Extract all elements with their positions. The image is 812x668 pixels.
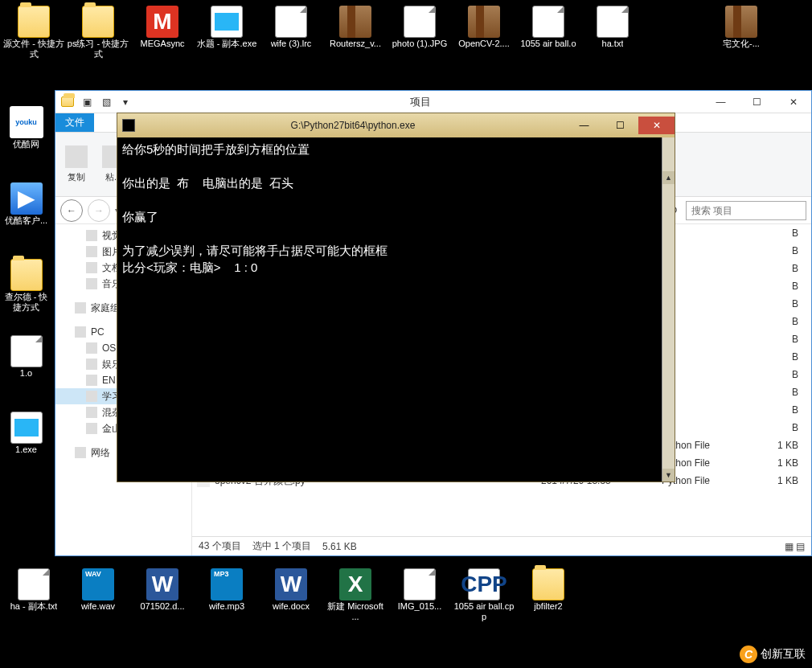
- tab-file[interactable]: 文件: [55, 113, 94, 132]
- desktop-icon[interactable]: ha.txt: [580, 4, 645, 76]
- desktop-label: 071502.d...: [140, 601, 184, 625]
- desktop-left-col: youku优酷网▶优酷客户...查尔德 - 快捷方式1.o1.exe: [0, 105, 52, 486]
- watermark: C 创新互联: [740, 645, 806, 663]
- nav-label: PC: [91, 326, 105, 338]
- status-selected: 选中 1 个项目: [252, 539, 311, 553]
- desktop-row-1: 源文件 - 快捷方式ps练习 - 快捷方式MMEGAsync水题 - 副本.ex…: [0, 0, 812, 80]
- nav-icon: [86, 359, 97, 370]
- desktop-icon[interactable]: ▶优酷客户...: [0, 181, 52, 241]
- folder-icon: [60, 95, 75, 109]
- desktop-icon[interactable]: 查尔德 - 快捷方式: [0, 257, 52, 318]
- console-text: 给你5秒的时间把手放到方框的位置 你出的是 布 电脑出的是 石头 你赢了 为了减…: [122, 141, 670, 276]
- desktop-label: 1055 air ball.o: [520, 39, 576, 63]
- nav-icon: [86, 278, 97, 289]
- desktop-icon[interactable]: youku优酷网: [0, 105, 52, 165]
- nav-icon: [75, 447, 86, 458]
- file-type: Python File: [662, 457, 758, 469]
- desktop-label: 优酷客户...: [5, 215, 47, 240]
- desktop-label: ha - 副本.txt: [10, 601, 58, 625]
- desktop-icon[interactable]: MMEGAsync: [130, 4, 195, 76]
- watermark-icon: C: [740, 645, 757, 663]
- console-output[interactable]: 给你5秒的时间把手放到方框的位置 你出的是 布 电脑出的是 石头 你赢了 为了减…: [117, 137, 675, 482]
- desktop-icon[interactable]: 1055 air ball.o: [516, 4, 580, 76]
- maximize-button[interactable]: ☐: [739, 93, 775, 111]
- file-type: Python File: [662, 475, 758, 486]
- console-minimize-button[interactable]: —: [566, 117, 602, 134]
- desktop-row-2: ha - 副本.txtwife.wavW071502.d...wife.mp3W…: [0, 563, 812, 643]
- desktop-label: jbfilter2: [534, 601, 562, 625]
- desktop-icon[interactable]: W071502.d...: [130, 567, 195, 639]
- window-buttons: — ☐ ✕: [703, 93, 811, 111]
- explorer-titlebar[interactable]: ▣ ▧ ▾ 项目 — ☐ ✕: [55, 91, 811, 113]
- nav-forward-button[interactable]: →: [88, 199, 110, 222]
- minimize-button[interactable]: —: [703, 93, 739, 111]
- ribbon-copy[interactable]: 复制: [62, 142, 91, 186]
- desktop-icon[interactable]: 宅文化-...: [709, 4, 773, 76]
- desktop-icon[interactable]: photo (1).JPG: [388, 4, 452, 76]
- desktop-label: IMG_015...: [398, 601, 441, 625]
- file-size: 1 KB: [758, 457, 806, 469]
- qat: ▣ ▧ ▾: [55, 95, 137, 109]
- desktop-icon[interactable]: OpenCV-2....: [452, 4, 516, 76]
- desktop-label: wife.docx: [273, 601, 310, 625]
- scrollbar[interactable]: ▲ ▼: [662, 137, 675, 482]
- search-input[interactable]: [686, 201, 806, 220]
- scroll-track[interactable]: [662, 150, 675, 469]
- desktop-icon[interactable]: wife.mp3: [195, 567, 259, 639]
- desktop-label: 源文件 - 快捷方式: [2, 39, 65, 63]
- desktop-label: 1055 air ball.cpp: [453, 601, 515, 625]
- file-type: Python File: [662, 440, 758, 451]
- desktop-icon[interactable]: jbfilter2: [516, 567, 580, 639]
- desktop-label: MEGAsync: [140, 39, 184, 63]
- qat-newfolder-icon[interactable]: ▧: [99, 95, 113, 109]
- file-size: 1 KB: [758, 440, 806, 451]
- desktop-label: wife.wav: [81, 601, 115, 625]
- scroll-down-icon[interactable]: ▼: [662, 469, 675, 482]
- desktop-label: wife.mp3: [209, 601, 244, 625]
- nav-label: 网络: [91, 446, 110, 460]
- desktop-icon[interactable]: Wwife.docx: [259, 567, 323, 639]
- nav-back-button[interactable]: ←: [60, 199, 83, 222]
- desktop-icon[interactable]: CPP1055 air ball.cpp: [452, 567, 516, 639]
- desktop-label: 新建 Microsoft ...: [324, 601, 387, 625]
- nav-icon: [86, 230, 97, 241]
- desktop-label: ps练习 - 快捷方式: [67, 39, 129, 63]
- desktop-icon[interactable]: 1.exe: [0, 410, 52, 470]
- file-size: 1 KB: [758, 475, 806, 486]
- chevron-down-icon[interactable]: ▾: [118, 95, 133, 109]
- view-switch-icon[interactable]: ▦ ▤: [785, 541, 805, 552]
- nav-icon: [75, 302, 86, 314]
- desktop-icon[interactable]: 水题 - 副本.exe: [195, 4, 259, 76]
- nav-label: OS: [102, 342, 116, 354]
- close-button[interactable]: ✕: [775, 93, 811, 111]
- console-maximize-button[interactable]: ☐: [602, 117, 638, 134]
- desktop-icon[interactable]: IMG_015...: [388, 567, 452, 639]
- nav-icon: [86, 375, 97, 386]
- desktop-label: 查尔德 - 快捷方式: [1, 292, 51, 316]
- desktop-icon[interactable]: ha - 副本.txt: [2, 567, 66, 639]
- console-close-button[interactable]: ✕: [638, 117, 675, 134]
- desktop-label: 1.o: [20, 368, 32, 392]
- desktop-icon[interactable]: wife.wav: [66, 567, 130, 639]
- status-item-count: 43 个项目: [199, 539, 241, 553]
- desktop-label: 1.exe: [15, 445, 37, 469]
- nav-icon: [86, 262, 97, 273]
- console-titlebar[interactable]: G:\Python27bit64\python.exe — ☐ ✕: [117, 113, 675, 137]
- desktop-icon[interactable]: 源文件 - 快捷方式: [2, 4, 66, 76]
- nav-icon: [75, 326, 86, 338]
- console-title: G:\Python27bit64\python.exe: [140, 120, 566, 131]
- console-window[interactable]: G:\Python27bit64\python.exe — ☐ ✕ 给你5秒的时…: [117, 113, 675, 482]
- desktop-icon[interactable]: X新建 Microsoft ...: [323, 567, 388, 639]
- cmd-icon: [122, 119, 135, 132]
- desktop-label: 水题 - 副本.exe: [197, 39, 257, 63]
- desktop-icon[interactable]: 1.o: [0, 334, 52, 394]
- desktop-icon[interactable]: ps练习 - 快捷方式: [66, 4, 130, 76]
- desktop-icon[interactable]: Routersz_v...: [323, 4, 388, 76]
- desktop-label: photo (1).JPG: [392, 39, 447, 63]
- desktop-label: Routersz_v...: [330, 39, 381, 63]
- desktop-icon[interactable]: wife (3).lrc: [259, 4, 323, 76]
- qat-properties-icon[interactable]: ▣: [80, 95, 94, 109]
- status-size: 5.61 KB: [322, 541, 357, 552]
- nav-icon: [86, 391, 97, 402]
- copy-icon: [65, 145, 88, 168]
